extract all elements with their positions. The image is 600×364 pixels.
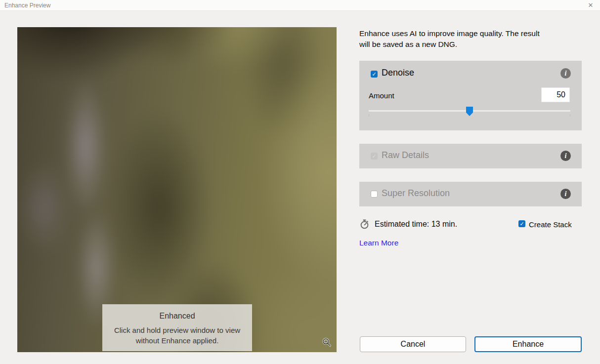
denoise-checkbox[interactable]: [371, 71, 378, 78]
raw-details-label: Raw Details: [382, 150, 429, 161]
enhance-button[interactable]: Enhance: [474, 336, 582, 352]
amount-label: Amount: [369, 91, 394, 100]
super-resolution-checkbox[interactable]: [371, 191, 378, 198]
slider-tick-min: [369, 114, 369, 117]
enhance-preview-image[interactable]: Enhanced Click and hold preview window t…: [17, 27, 337, 352]
zoom-out-icon[interactable]: [322, 337, 332, 347]
dialog-title: Enhance Preview: [4, 2, 50, 9]
cancel-button[interactable]: Cancel: [360, 336, 466, 352]
super-resolution-label: Super Resolution: [382, 188, 450, 199]
denoise-label: Denoise: [382, 68, 414, 78]
super-resolution-info-icon[interactable]: i: [560, 189, 571, 199]
slider-tick-max: [570, 114, 570, 117]
overlay-title: Enhanced: [102, 312, 252, 321]
learn-more-link[interactable]: Learn More: [359, 239, 398, 247]
amount-input[interactable]: [541, 87, 570, 102]
preview-photo: [17, 27, 337, 352]
create-stack-checkbox[interactable]: [518, 220, 525, 227]
denoise-info-icon[interactable]: i: [560, 68, 571, 79]
raw-details-checkbox: [371, 153, 378, 160]
overlay-line-1: Click and hold preview window to view: [102, 325, 252, 335]
create-stack-label: Create Stack: [529, 220, 572, 229]
raw-details-info-icon[interactable]: i: [560, 151, 571, 161]
overlay-line-2: without Enhance applied.: [102, 335, 252, 346]
denoise-section: Denoise i Amount: [359, 61, 582, 130]
description-line-2: will be saved as a new DNG.: [359, 39, 582, 50]
raw-details-section: Raw Details i: [359, 144, 582, 168]
enhance-description: Enhance uses AI to improve image quality…: [359, 28, 582, 49]
amount-slider[interactable]: [369, 106, 570, 119]
close-icon[interactable]: ✕: [586, 1, 595, 10]
stopwatch-icon: [359, 219, 370, 230]
denoise-slider-thumb[interactable]: [466, 107, 473, 116]
super-resolution-section: Super Resolution i: [359, 182, 582, 206]
status-row: Estimated time: 13 min. Create Stack: [359, 219, 582, 230]
estimated-time-text: Estimated time: 13 min.: [375, 220, 457, 229]
dialog-titlebar: Enhance Preview ✕: [0, 0, 600, 11]
preview-overlay-message: Enhanced Click and hold preview window t…: [102, 304, 252, 351]
description-line-1: Enhance uses AI to improve image quality…: [359, 28, 582, 39]
